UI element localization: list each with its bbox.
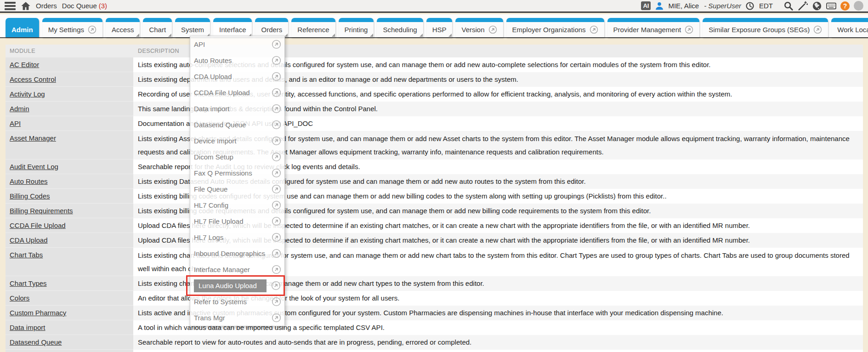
module-link[interactable]: Billing Codes: [10, 189, 50, 203]
nav-tab[interactable]: Work Locations: [831, 18, 868, 37]
tab-top-cap: [506, 18, 604, 22]
module-link[interactable]: Access Control: [10, 72, 56, 86]
external-link-icon[interactable]: [272, 56, 281, 65]
module-cell: Chart Tabs: [6, 248, 133, 276]
module-cell: API: [6, 116, 133, 131]
menu-item[interactable]: HL7 File Upload: [190, 213, 284, 229]
external-link-icon[interactable]: [272, 168, 281, 178]
wand-icon[interactable]: [798, 1, 808, 11]
nav-tab[interactable]: Similar Exposure Groups (SEGs): [703, 18, 828, 37]
module-link[interactable]: Custom Pharmacy: [10, 306, 66, 320]
table-row: Device Import A tool in which various me…: [6, 350, 863, 352]
menu-item[interactable]: Inbound Demographics: [190, 245, 284, 261]
tab-label: Work Locations: [837, 26, 868, 34]
nav-tab[interactable]: HSP: [426, 18, 453, 37]
menu-item[interactable]: Auto Routes: [190, 52, 284, 68]
nav-tab[interactable]: Orders: [255, 18, 288, 37]
nav-tab[interactable]: My Settings: [42, 18, 102, 37]
keyboard-icon[interactable]: [826, 1, 836, 11]
menu-item[interactable]: Data import: [190, 101, 284, 117]
external-link-icon[interactable]: [272, 136, 281, 146]
external-link-icon[interactable]: [272, 152, 281, 162]
external-link-icon[interactable]: [272, 104, 281, 114]
home-icon[interactable]: [21, 1, 31, 11]
menu-item[interactable]: Trans Mgr: [190, 310, 284, 326]
external-link-icon[interactable]: [272, 120, 281, 130]
menu-item-label: File Queue: [194, 185, 272, 193]
module-link[interactable]: API: [10, 116, 21, 131]
external-link-icon[interactable]: [272, 216, 281, 226]
menu-item[interactable]: Refer to Systems: [190, 294, 284, 310]
table-row: Billing Codes Lists existing billing cod…: [6, 189, 863, 204]
breadcrumb-orders[interactable]: Orders: [36, 2, 57, 10]
tab-top-cap: [831, 18, 868, 22]
globe-icon[interactable]: [812, 1, 822, 11]
external-link-icon: [685, 25, 693, 34]
dropdown-fold-icon: [332, 34, 335, 37]
menu-item[interactable]: HL7 Config: [190, 197, 284, 213]
help-icon[interactable]: ?: [840, 1, 850, 11]
user-name[interactable]: MIE, Alice: [668, 2, 699, 10]
module-link[interactable]: Asset Manager: [10, 131, 56, 145]
menu-item[interactable]: Fax Q Permissions: [190, 165, 284, 181]
menu-item-label: Luna Audio Upload: [194, 279, 267, 292]
hamburger-menu-icon[interactable]: [5, 2, 16, 10]
breadcrumb-doc-queue[interactable]: Doc Queue(3): [62, 2, 107, 10]
user-icon[interactable]: [655, 1, 664, 11]
menu-item[interactable]: API: [190, 36, 284, 52]
module-link[interactable]: Auto Routes: [10, 174, 48, 188]
external-link-icon[interactable]: [271, 281, 281, 290]
module-description: A tool in which various medical devices …: [133, 350, 863, 352]
external-link-icon[interactable]: [272, 249, 281, 258]
external-link-icon[interactable]: [272, 233, 281, 242]
module-link[interactable]: Audit Event Log: [10, 159, 58, 174]
nav-tab[interactable]: System: [175, 18, 210, 37]
nav-tab[interactable]: Printing: [339, 18, 374, 37]
menu-item[interactable]: Dicom Setup: [190, 149, 284, 165]
nav-tab[interactable]: Employer Organizations: [506, 18, 604, 37]
module-link[interactable]: Colors: [10, 291, 29, 305]
menu-item[interactable]: Device Import: [190, 133, 284, 149]
nav-tab[interactable]: Admin: [6, 18, 39, 37]
module-link[interactable]: Datasend Queue: [10, 335, 62, 349]
external-link-icon[interactable]: [272, 265, 281, 274]
module-link[interactable]: AC Editor: [10, 57, 39, 72]
module-link[interactable]: Activity Log: [10, 87, 45, 101]
module-link[interactable]: CCDA File Upload: [10, 218, 66, 233]
external-link-icon[interactable]: [272, 184, 281, 194]
tab-label: Provider Management: [613, 26, 681, 34]
module-link[interactable]: Chart Tabs: [10, 248, 43, 262]
nav-tab[interactable]: Version: [455, 18, 503, 37]
clock-icon[interactable]: [745, 1, 755, 11]
ai-badge[interactable]: AI: [641, 1, 651, 10]
nav-tab[interactable]: Reference: [291, 18, 335, 37]
column-header-module: MODULE: [6, 48, 133, 54]
external-link-icon[interactable]: [272, 72, 281, 81]
module-link[interactable]: Device Import: [10, 350, 52, 352]
module-link[interactable]: Chart Types: [10, 276, 47, 290]
module-link[interactable]: Admin: [10, 102, 29, 116]
menu-item[interactable]: CDA Upload: [190, 68, 284, 85]
nav-tab[interactable]: Chart: [143, 18, 172, 37]
menu-item[interactable]: File Queue: [190, 181, 284, 197]
menu-item[interactable]: HL7 Logs: [190, 229, 284, 245]
menu-item-label: HL7 Logs: [194, 233, 272, 241]
external-link-icon[interactable]: [272, 313, 281, 323]
menu-item[interactable]: Datasend Queue: [190, 117, 284, 133]
module-link[interactable]: Data import: [10, 320, 45, 335]
module-link[interactable]: CDA Upload: [10, 233, 48, 247]
external-link-icon[interactable]: [272, 200, 281, 210]
module-link[interactable]: Billing Requirements: [10, 204, 73, 218]
external-link-icon[interactable]: [272, 88, 281, 97]
nav-tab[interactable]: Interface: [213, 18, 252, 37]
external-link-icon[interactable]: [272, 40, 281, 49]
nav-tab[interactable]: Access: [106, 18, 140, 37]
external-link-icon[interactable]: [272, 297, 281, 307]
menu-item[interactable]: Interface Manager: [190, 261, 284, 278]
nav-tab[interactable]: Scheduling: [377, 18, 423, 37]
menu-item[interactable]: Luna Audio Upload: [190, 278, 284, 294]
tab-label: System: [181, 26, 204, 34]
search-icon[interactable]: [783, 1, 794, 11]
nav-tab[interactable]: Provider Management: [607, 18, 700, 37]
menu-item[interactable]: CCDA File Upload: [190, 85, 284, 101]
